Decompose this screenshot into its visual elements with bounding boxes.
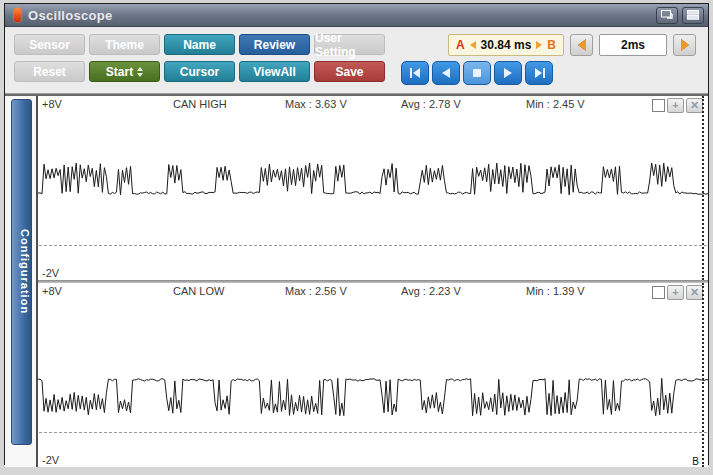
cursor-a-label: A (456, 38, 465, 52)
cursor-b-arrow-icon (536, 41, 542, 49)
tile-windows-icon (687, 10, 699, 20)
zoom-in-button[interactable]: + (667, 285, 684, 300)
right-arrow-icon (681, 39, 689, 51)
close-panel-button[interactable]: ✕ (686, 285, 703, 300)
name-button-label: Name (183, 38, 216, 52)
can-low-waveform (38, 283, 708, 467)
scope-panels: +8V CAN HIGH Max : 3.63 V Avg : 2.78 V M… (38, 96, 708, 467)
zero-reference-line (39, 245, 707, 246)
stop-button[interactable] (463, 61, 491, 85)
range-bottom-label: -2V (42, 267, 59, 279)
main-area: Configuration +8V CAN HIGH Max : 3.63 V … (5, 94, 708, 467)
user-setting-button[interactable]: User Setting (314, 34, 385, 55)
oscilloscope-window: Oscilloscope Sensor Theme Name Review Us… (4, 3, 709, 465)
range-top-label: +8V (42, 285, 62, 297)
min-value-label: Min : 1.39 V (526, 285, 585, 297)
play-icon (503, 68, 513, 78)
skip-to-end-icon (534, 68, 545, 78)
theme-button[interactable]: Theme (89, 34, 160, 55)
window-title: Oscilloscope (28, 8, 656, 23)
export-window-button[interactable] (656, 7, 678, 24)
app-icon (14, 8, 21, 22)
toolbar-button-grid: Sensor Theme Name Review User Setting Re… (14, 34, 389, 88)
panel-can-low: +8V CAN LOW Max : 2.56 V Avg : 2.23 V Mi… (38, 283, 708, 467)
timebase-decrease-button[interactable] (570, 34, 593, 56)
max-value-label: Max : 2.56 V (285, 285, 347, 297)
ab-delta-value: 30.84 ms (481, 38, 532, 52)
channel-checkbox[interactable] (652, 286, 665, 299)
reset-button-label: Reset (33, 65, 66, 79)
user-setting-button-label: User Setting (315, 31, 384, 59)
range-bottom-label: -2V (42, 454, 59, 466)
zero-reference-line (39, 432, 707, 433)
play-button[interactable] (494, 61, 522, 85)
panel-can-high: +8V CAN HIGH Max : 3.63 V Avg : 2.78 V M… (38, 96, 708, 280)
panel-controls: + ✕ (652, 285, 703, 300)
channel-name-label: CAN LOW (173, 285, 224, 297)
export-window-icon (661, 10, 674, 20)
cursor-b-label: B (547, 38, 556, 52)
cursor-button[interactable]: Cursor (164, 61, 235, 82)
toolbar-row-2: Reset Start Cursor ViewAll Save (14, 61, 389, 82)
stop-icon (472, 68, 482, 78)
tile-windows-button[interactable] (682, 7, 704, 24)
cursor-b-marker-label: B (692, 456, 699, 467)
timebase-increase-button[interactable] (673, 34, 696, 56)
cursor-b-line[interactable] (702, 283, 704, 467)
start-button-label: Start (106, 65, 133, 79)
review-button[interactable]: Review (239, 34, 310, 55)
zoom-in-button[interactable]: + (667, 98, 684, 113)
theme-button-label: Theme (105, 38, 144, 52)
cursor-button-label: Cursor (180, 65, 219, 79)
avg-value-label: Avg : 2.23 V (401, 285, 461, 297)
toolbar: Sensor Theme Name Review User Setting Re… (5, 27, 708, 94)
step-back-icon (441, 68, 451, 78)
skip-to-start-button[interactable] (401, 61, 429, 85)
range-top-label: +8V (42, 98, 62, 110)
configuration-tab[interactable]: Configuration (11, 99, 32, 445)
playback-controls (401, 61, 553, 85)
avg-value-label: Avg : 2.78 V (401, 98, 461, 110)
skip-to-start-icon (410, 68, 421, 78)
channel-name-label: CAN HIGH (173, 98, 227, 110)
skip-to-end-button[interactable] (525, 61, 553, 85)
close-panel-button[interactable]: ✕ (686, 98, 703, 113)
left-arrow-icon (578, 39, 586, 51)
can-high-waveform (38, 96, 708, 280)
left-rail: Configuration (5, 96, 38, 467)
viewall-button[interactable]: ViewAll (239, 61, 310, 82)
panel-controls: + ✕ (652, 98, 703, 113)
name-button[interactable]: Name (164, 34, 235, 55)
reset-button[interactable]: Reset (14, 61, 85, 82)
min-value-label: Min : 2.45 V (526, 98, 585, 110)
cursor-b-line[interactable] (702, 96, 704, 280)
review-button-label: Review (254, 38, 295, 52)
sensor-button[interactable]: Sensor (14, 34, 85, 55)
start-button[interactable]: Start (89, 61, 160, 82)
save-button[interactable]: Save (314, 61, 385, 82)
toolbar-row-1: Sensor Theme Name Review User Setting (14, 34, 389, 55)
start-stepper-icon[interactable] (137, 67, 143, 77)
max-value-label: Max : 3.63 V (285, 98, 347, 110)
step-back-button[interactable] (432, 61, 460, 85)
ab-cursor-readout: A 30.84 ms B (448, 34, 564, 56)
cursor-a-arrow-icon (470, 41, 476, 49)
time-controls: A 30.84 ms B 2ms (448, 34, 696, 56)
sensor-button-label: Sensor (29, 38, 70, 52)
channel-checkbox[interactable] (652, 99, 665, 112)
save-button-label: Save (335, 65, 363, 79)
timebase-value[interactable]: 2ms (599, 34, 667, 56)
viewall-button-label: ViewAll (253, 65, 295, 79)
titlebar: Oscilloscope (5, 4, 708, 27)
